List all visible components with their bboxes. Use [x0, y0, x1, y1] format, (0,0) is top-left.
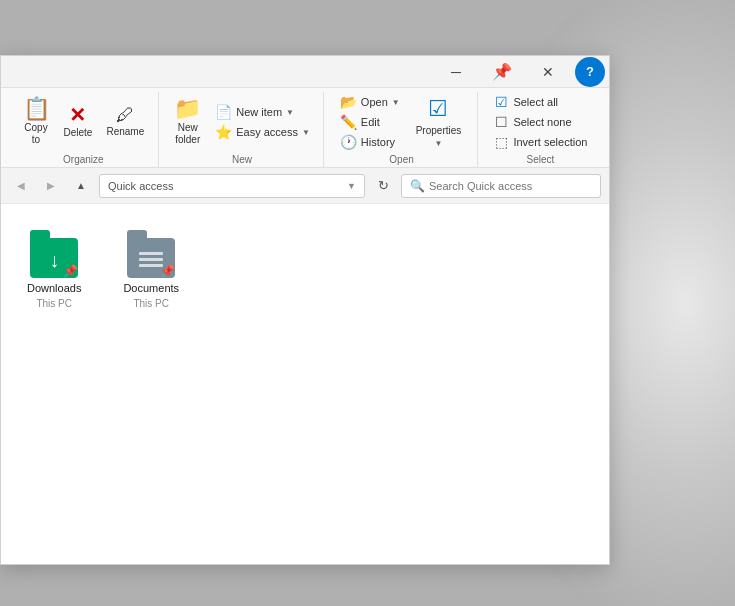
addressbar: ◀ ▶ ▲ Quick access ▼ ↻ 🔍	[1, 168, 609, 204]
content-area: ↓ 📌 Downloads This PC 📌 Documents	[1, 204, 609, 564]
address-bar[interactable]: Quick access ▼	[99, 174, 365, 198]
open-stacked: 📂 Open ▼ ✏️ Edit 🕐 History	[334, 92, 406, 152]
select-all-icon: ☑	[493, 94, 509, 110]
ribbon-group-open: 📂 Open ▼ ✏️ Edit 🕐 History	[326, 92, 477, 167]
address-path: Quick access	[108, 180, 173, 192]
new-item-button[interactable]: 📄 New item ▼	[209, 102, 316, 122]
open-icon: 📂	[340, 94, 357, 110]
ribbon-row: 📋 Copyto ✕ Delete 🖊 Rename Organize	[1, 92, 609, 167]
open-arrow: ▼	[392, 98, 400, 107]
easy-access-label: Easy access	[236, 126, 298, 138]
ribbon: 📋 Copyto ✕ Delete 🖊 Rename Organize	[1, 88, 609, 168]
ribbon-group-new: 📁 Newfolder 📄 New item ▼ ⭐ Easy access	[161, 92, 325, 167]
invert-selection-button[interactable]: ⬚ Invert selection	[487, 132, 593, 152]
downloads-sublabel: This PC	[36, 298, 72, 309]
properties-icon: ☑	[428, 96, 448, 122]
downloads-name: Downloads	[27, 282, 81, 294]
delete-label: Delete	[64, 127, 93, 139]
properties-arrow: ▼	[435, 139, 443, 148]
organize-label: Organize	[63, 154, 104, 165]
select-none-icon: ☐	[493, 114, 509, 130]
search-box[interactable]: 🔍	[401, 174, 601, 198]
delete-button[interactable]: ✕ Delete	[58, 102, 99, 142]
close-button[interactable]: ✕	[525, 56, 571, 88]
ribbon-group-select: ☑ Select all ☐ Select none ⬚ Invert sele…	[480, 92, 601, 167]
easy-access-icon: ⭐	[215, 124, 232, 140]
open-button[interactable]: 📂 Open ▼	[334, 92, 406, 112]
edit-label: Edit	[361, 116, 380, 128]
forward-button[interactable]: ▶	[39, 174, 63, 198]
minimize-button[interactable]: ─	[433, 56, 479, 88]
select-none-button[interactable]: ☐ Select none	[487, 112, 593, 132]
new-folder-icon: 📁	[174, 98, 201, 120]
easy-access-arrow: ▼	[302, 128, 310, 137]
titlebar: ─ 📌 ✕ ?	[1, 56, 609, 88]
select-all-button[interactable]: ☑ Select all	[487, 92, 593, 112]
select-label: Select	[526, 154, 554, 165]
rename-icon: 🖊	[116, 106, 134, 124]
doc-line-2	[139, 258, 163, 261]
documents-sublabel: This PC	[133, 298, 169, 309]
new-buttons: 📁 Newfolder 📄 New item ▼ ⭐ Easy access	[168, 92, 316, 152]
documents-item[interactable]: 📌 Documents This PC	[117, 224, 185, 315]
ribbon-group-organize: 📋 Copyto ✕ Delete 🖊 Rename Organize	[9, 92, 159, 167]
new-folder-button[interactable]: 📁 Newfolder	[168, 95, 207, 149]
documents-name: Documents	[123, 282, 179, 294]
select-all-label: Select all	[513, 96, 558, 108]
refresh-button[interactable]: ↻	[371, 174, 395, 198]
organize-buttons: 📋 Copyto ✕ Delete 🖊 Rename	[17, 92, 151, 152]
downloads-item[interactable]: ↓ 📌 Downloads This PC	[21, 224, 87, 315]
documents-pin-icon: 📌	[160, 264, 175, 278]
properties-label: Properties	[416, 125, 462, 136]
search-input[interactable]	[429, 180, 592, 192]
new-item-icon: 📄	[215, 104, 232, 120]
rename-button[interactable]: 🖊 Rename	[100, 103, 150, 141]
edit-button[interactable]: ✏️ Edit	[334, 112, 406, 132]
downloads-icon-wrapper: ↓ 📌	[30, 230, 78, 278]
copy-label: Copyto	[24, 122, 47, 146]
pin-button[interactable]: 📌	[479, 56, 525, 88]
select-none-label: Select none	[513, 116, 571, 128]
download-arrow-icon: ↓	[49, 249, 59, 272]
copy-icon: 📋	[23, 98, 50, 120]
open-buttons: 📂 Open ▼ ✏️ Edit 🕐 History	[334, 92, 469, 152]
new-item-arrow: ▼	[286, 108, 294, 117]
easy-access-button[interactable]: ⭐ Easy access ▼	[209, 122, 316, 142]
properties-button[interactable]: ☑ Properties ▼	[408, 92, 470, 152]
back-button[interactable]: ◀	[9, 174, 33, 198]
address-dropdown-arrow[interactable]: ▼	[347, 181, 356, 191]
delete-icon: ✕	[69, 105, 86, 125]
new-folder-label: Newfolder	[175, 122, 200, 146]
new-stacked: 📄 New item ▼ ⭐ Easy access ▼	[209, 102, 316, 142]
new-item-label: New item	[236, 106, 282, 118]
new-label: New	[232, 154, 252, 165]
rename-label: Rename	[106, 126, 144, 138]
search-icon: 🔍	[410, 179, 425, 193]
copy-button[interactable]: 📋 Copyto	[17, 95, 56, 149]
invert-label: Invert selection	[513, 136, 587, 148]
open-label: Open	[361, 96, 388, 108]
help-button[interactable]: ?	[575, 57, 605, 87]
select-stacked: ☑ Select all ☐ Select none ⬚ Invert sele…	[487, 92, 593, 152]
open-label: Open	[389, 154, 413, 165]
documents-icon-wrapper: 📌	[127, 230, 175, 278]
select-buttons: ☑ Select all ☐ Select none ⬚ Invert sele…	[487, 92, 593, 152]
history-label: History	[361, 136, 395, 148]
history-button[interactable]: 🕐 History	[334, 132, 406, 152]
doc-line-1	[139, 252, 163, 255]
up-button[interactable]: ▲	[69, 174, 93, 198]
downloads-pin-icon: 📌	[63, 264, 78, 278]
file-explorer-window: ─ 📌 ✕ ? 📋 Copyto ✕ Delete	[0, 55, 610, 565]
edit-icon: ✏️	[340, 114, 357, 130]
history-icon: 🕐	[340, 134, 357, 150]
invert-icon: ⬚	[493, 134, 509, 150]
